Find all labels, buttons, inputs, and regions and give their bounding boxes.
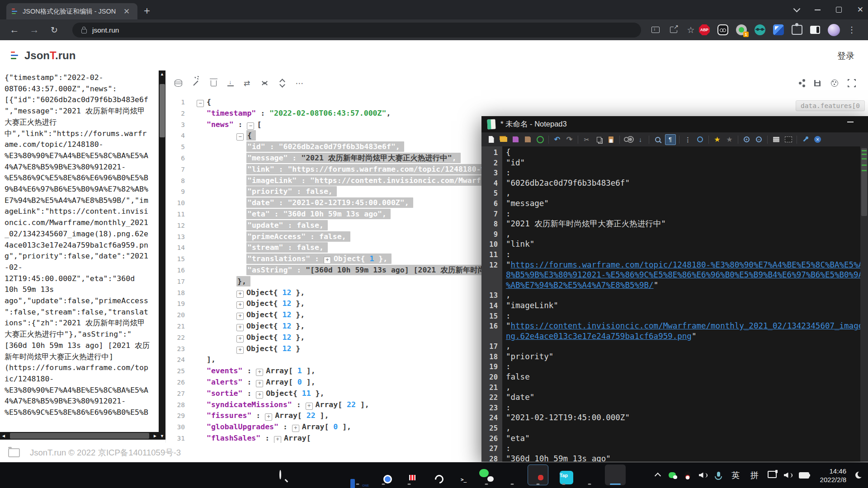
collapse-toggle-icon[interactable]: + [236,313,244,320]
collapse-toggle-icon[interactable]: − [247,122,254,130]
taskbar-edge-icon[interactable] [321,465,342,485]
taskbar-notepad3-icon[interactable] [605,465,626,485]
window-minimize-button[interactable] [815,9,821,10]
tray-clock[interactable]: 14:462022/2/8 [812,467,849,484]
reload-button[interactable]: ↻ [45,19,63,40]
collapse-toggle-icon[interactable]: − [197,100,204,107]
fullscreen-icon[interactable] [846,78,858,89]
scroll-up-arrow-icon[interactable]: ▲ [159,70,165,78]
preview-icon[interactable] [653,135,663,145]
tab-close-icon[interactable]: ✕ [123,7,130,16]
settings-list-icon[interactable] [771,135,781,145]
battery-charging-icon[interactable] [796,466,812,484]
login-button[interactable]: 登录 [837,50,854,62]
collapse-toggle-icon[interactable]: + [236,347,244,354]
back-button[interactable]: ← [5,19,24,40]
unfavorite-star-icon[interactable]: ★ [725,135,735,145]
cut-icon[interactable]: ✂ [582,135,592,145]
install-app-icon[interactable] [647,19,664,40]
transform-swap-icon[interactable]: ⇄ [241,78,253,89]
zoom-out-icon[interactable] [754,135,764,145]
chevron-up-icon[interactable] [651,466,665,484]
find-next-icon[interactable]: ↓ [636,135,646,145]
scroll-left-arrow-icon[interactable]: ◄ [0,432,7,440]
tab-search-chevron-icon[interactable] [793,5,800,13]
more-icon[interactable]: ⋯ [293,78,305,89]
new-file-icon[interactable] [486,135,496,145]
extensions-puzzle-icon[interactable] [792,25,802,35]
raw-panel-horizontal-scrollbar[interactable]: ◄ ► [0,432,159,440]
format-database-icon[interactable] [172,78,184,89]
notepad3-titlebar[interactable]: * 未命名 - Notepad3 [481,116,868,132]
browser-menu-icon[interactable]: ⋮ [848,25,856,35]
zoom-in-icon[interactable] [742,135,752,145]
collapse-toggle-icon[interactable]: + [274,436,281,443]
side-panel-icon[interactable] [810,26,820,34]
expand-all-icon[interactable] [276,78,288,89]
window-maximize-button[interactable] [836,7,842,13]
site-logo[interactable]: JsonT.run [10,49,75,62]
ime-english-icon[interactable]: 英 [726,466,745,484]
collapse-toggle-icon[interactable]: + [256,380,263,387]
taskbar-chrome-icon[interactable] [373,465,394,485]
qq-icon[interactable] [680,466,695,484]
snapshot-icon[interactable] [783,135,793,145]
ime-pinyin-icon[interactable]: 拼 [745,466,764,484]
notepad3-scrollbar[interactable] [860,146,868,462]
monkey-extension-icon[interactable] [755,24,765,35]
forward-button[interactable]: → [25,19,43,40]
taskbar-scanner-app-icon[interactable] [528,465,548,485]
scroll-right-arrow-icon[interactable]: ► [151,432,159,440]
recent-history-icon[interactable] [535,135,545,145]
undo-icon[interactable]: ↶ [552,135,562,145]
collapse-toggle-icon[interactable]: + [236,301,244,309]
bookmark-star-icon[interactable]: ☆ [683,19,699,40]
collapse-toggle-icon[interactable]: + [292,425,299,432]
https-lock-icon[interactable] [81,29,87,33]
url-link[interactable]: 8%B5%9B%E3%80%912021-%E5%86%9C%E5%8E%86%… [506,270,860,279]
imagus-extension-icon[interactable] [717,24,728,35]
collapse-all-icon[interactable] [259,78,270,89]
volume-alt-icon[interactable] [780,466,796,484]
collapse-toggle-icon[interactable]: + [256,369,263,376]
redo-icon[interactable]: ↷ [565,135,575,145]
taskbar-telegram-icon[interactable] [579,465,600,485]
horizontal-scroll-thumb[interactable] [10,433,149,439]
download-icon[interactable] [225,78,236,89]
favorite-star-icon[interactable]: ★ [712,135,722,145]
taskbar-wechat-icon[interactable] [476,465,497,485]
save-as-icon[interactable] [523,135,533,145]
profile-avatar[interactable] [828,24,840,36]
share-icon[interactable] [665,19,682,40]
save-icon[interactable] [811,78,823,89]
raw-panel-vertical-scrollbar[interactable]: ▲ ▼ [159,70,165,440]
adblock-plus-extension-icon[interactable]: ABP [699,24,710,35]
address-bar[interactable]: jsont.run [72,23,641,38]
wechat-tray-icon[interactable] [665,466,680,484]
microphone-icon[interactable] [711,466,726,484]
browser-tab[interactable]: JSON格式化验证和编辑 - JSON ✕ [6,3,137,19]
taskbar-netease-music-icon[interactable] [425,465,445,485]
window-close-button[interactable]: ✕ [857,5,863,14]
url-link[interactable]: %AB%E7%94%B2%E5%A4%A7%E8%B5%9B/ [506,281,654,290]
open-file-icon[interactable] [499,135,509,145]
moon-icon[interactable] [849,466,868,484]
close-window-icon[interactable] [813,135,823,145]
more-dots-icon[interactable]: ⋮ [683,135,693,145]
repair-wand-icon[interactable] [190,78,202,89]
proxy-extension-icon[interactable]: 1 [736,24,747,35]
taskbar-taptap-icon[interactable]: Tap [553,465,574,485]
taskbar-red-music-icon[interactable] [399,465,420,485]
taskbar-terminal-icon[interactable]: >_ [450,465,471,485]
save-file-icon[interactable] [511,135,521,145]
theme-palette-icon[interactable] [829,78,840,89]
notepad3-text-area[interactable]: 1{2"id"3:4"6026db2ac0d79f6b3b483e6f"5,6"… [481,147,860,462]
find-icon[interactable] [623,135,633,145]
taskbar-game-icon[interactable] [502,465,523,485]
collapse-toggle-icon[interactable]: + [236,324,244,331]
copy-icon[interactable] [594,135,604,145]
scroll-down-arrow-icon[interactable]: ▼ [159,432,165,440]
word-wrap-icon[interactable]: ¶ [665,134,676,145]
taskbar-one-icon[interactable]: ONE [347,465,368,485]
blue-ext-extension-icon[interactable] [773,24,784,35]
